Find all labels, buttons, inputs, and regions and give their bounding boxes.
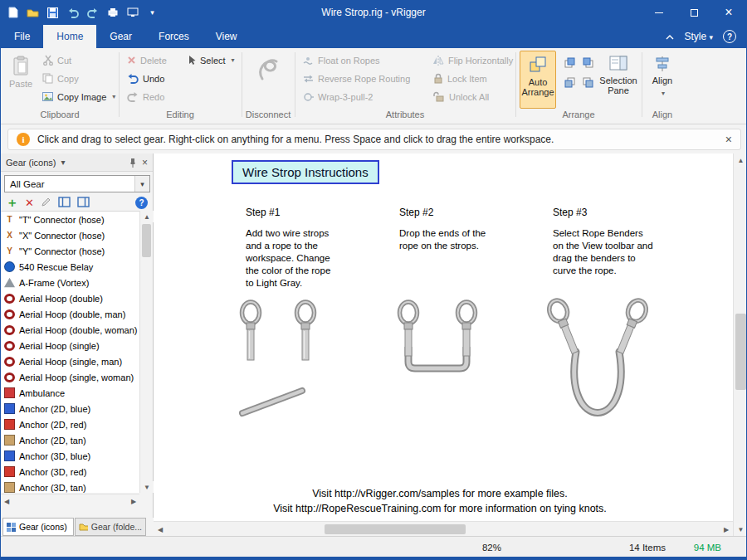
step3-heading[interactable]: Step #3 [553,207,587,218]
unlock-all-button[interactable]: Unlock All [429,88,492,105]
remove-gear-icon[interactable]: ✕ [25,197,34,209]
workspace-canvas[interactable]: Wire Strop Instructions Step #1 Add two … [154,153,733,521]
wire-strops-step3-graphic[interactable] [540,292,657,429]
qat-menu-icon[interactable]: ▾ [145,6,159,20]
info-bar-close-icon[interactable]: × [725,133,732,146]
tab-gear-folders[interactable]: Gear (folde... [75,518,146,536]
help-icon[interactable]: ? [723,30,736,43]
pin-icon[interactable] [129,158,137,168]
send-to-back-button[interactable] [580,75,596,90]
minimize-button[interactable] [642,0,676,25]
scroll-right-icon[interactable]: ▶ [720,523,733,536]
redo-icon[interactable] [85,6,100,20]
show-2d-icon[interactable] [58,196,71,211]
edit-gear-icon[interactable] [41,196,51,211]
tab-gear-icons[interactable]: Gear (icons) [2,518,74,536]
delete-button[interactable]: Delete [124,51,170,69]
gear-list-item[interactable]: Anchor (2D, blue) [1,401,139,416]
gear-list-item[interactable]: Aerial Hoop (single, man) [1,353,139,369]
scroll-left-icon[interactable]: ◀ [1,495,12,507]
gear-list-item[interactable]: Y "Y" Connector (hose) [1,243,139,259]
align-button[interactable]: Align ▾ [646,51,679,109]
gear-list-item[interactable]: Aerial Hoop (double, woman) [1,322,139,338]
gear-list-item[interactable]: Ambulance [1,385,139,401]
gear-list-item[interactable]: Anchor (3D, tan) [1,480,139,493]
scroll-down-icon[interactable]: ▼ [140,481,154,493]
rope-segment-graphic[interactable] [236,382,315,421]
add-gear-icon[interactable]: ＋ [6,195,18,211]
wire-strops-step1-graphic[interactable] [232,299,339,375]
wire-strops-step2-graphic[interactable] [388,299,494,377]
flip-horizontally-button[interactable]: Flip Horizontally [429,51,516,69]
redo-button[interactable]: Redo [124,88,168,105]
scroll-up-icon[interactable]: ▲ [140,211,154,222]
open-file-icon[interactable] [26,6,40,20]
new-file-icon[interactable] [6,6,20,20]
maximize-button[interactable] [676,0,711,25]
scroll-left-icon[interactable]: ◀ [154,523,167,536]
zoom-level[interactable]: 82% [482,537,501,558]
canvas-horizontal-scrollbar[interactable]: ◀ ▶ [154,521,733,536]
float-on-ropes-button[interactable]: Float on Ropes [300,51,383,69]
scrollbar-thumb[interactable] [142,224,151,257]
footer-link-line-2[interactable]: Visit http://RopeRescueTraining.com for … [154,503,726,514]
gear-list-item[interactable]: X "X" Connector (hose) [1,227,139,243]
copy-image-button[interactable]: Copy Image▾ [39,88,119,105]
reverse-rope-routing-button[interactable]: Reverse Rope Routing [300,70,413,87]
paste-button[interactable]: Paste [6,51,36,109]
gear-help-icon[interactable]: ? [135,197,148,209]
step3-text[interactable]: Select Rope Benders on the View toolbar … [553,227,654,277]
disconnect-button[interactable] [247,51,290,109]
wrap-3-pull-2-button[interactable]: Wrap-3-pull-2 [300,88,376,105]
select-button[interactable]: Select▾ [183,51,238,69]
step2-heading[interactable]: Step #2 [399,207,433,218]
gear-list-item[interactable]: Aerial Hoop (double, man) [1,306,139,322]
tab-view[interactable]: View [203,25,251,48]
gear-list-vertical-scrollbar[interactable]: ▲ ▼ [139,211,153,493]
gear-list-item[interactable]: 540 Rescue Belay [1,259,139,275]
copy-button[interactable]: Copy [39,70,82,87]
scroll-right-icon[interactable]: ▶ [128,495,139,507]
gear-panel-close-icon[interactable]: × [142,157,148,168]
save-icon[interactable] [46,6,60,20]
scroll-up-icon[interactable]: ▲ [734,153,747,167]
tab-file[interactable]: File [1,25,43,48]
gear-list-item[interactable]: Anchor (2D, red) [1,416,139,432]
step1-heading[interactable]: Step #1 [246,207,280,218]
undo-icon[interactable] [66,6,80,20]
bring-to-front-button[interactable] [580,55,596,71]
send-backward-button[interactable] [562,75,578,90]
step1-text[interactable]: Add two wire strops and a rope to the wo… [246,227,339,290]
tab-forces[interactable]: Forces [145,25,203,48]
scrollbar-thumb[interactable] [325,524,466,534]
footer-link-line-1[interactable]: Visit http://vRigger.com/samples for mor… [154,488,726,499]
step2-text[interactable]: Drop the ends of the rope on the strops. [399,227,499,252]
gear-list-item[interactable]: Aerial Hoop (double) [1,290,139,306]
style-menu[interactable]: Style ▾ [684,31,713,42]
workspace-title-box[interactable]: Wire Strop Instructions [232,160,379,184]
gear-list-item[interactable]: Anchor (3D, blue) [1,448,139,464]
gear-filter-select[interactable]: All Gear ▾ [4,175,150,192]
gear-list-item[interactable]: Aerial Hoop (single) [1,338,139,353]
show-3d-icon[interactable] [77,196,90,211]
gear-panel-menu-icon[interactable]: ▾ [61,158,66,167]
gear-list-item[interactable]: Anchor (3D, red) [1,464,139,480]
gear-list-item[interactable]: T "T" Connector (hose) [1,212,139,227]
cut-button[interactable]: Cut [39,51,75,69]
display-icon[interactable] [125,6,139,20]
undo-button[interactable]: Undo [124,70,168,87]
auto-arrange-button[interactable]: Auto Arrange [520,51,556,109]
close-button[interactable]: × [711,0,746,25]
selection-pane-button[interactable]: Selection Pane [598,51,638,109]
collapse-ribbon-icon[interactable] [666,31,674,42]
lock-item-button[interactable]: Lock Item [429,70,491,87]
scrollbar-thumb[interactable] [735,314,746,390]
tab-gear[interactable]: Gear [96,25,145,48]
bring-forward-button[interactable] [562,55,578,71]
gear-list-item[interactable]: A-Frame (Vortex) [1,275,139,290]
gear-list-horizontal-scrollbar[interactable]: ◀ ▶ [1,494,139,507]
gear-list-item[interactable]: Anchor (2D, tan) [1,432,139,448]
tab-home[interactable]: Home [43,25,96,48]
scroll-down-icon[interactable]: ▼ [734,523,747,536]
print-icon[interactable] [105,6,120,20]
